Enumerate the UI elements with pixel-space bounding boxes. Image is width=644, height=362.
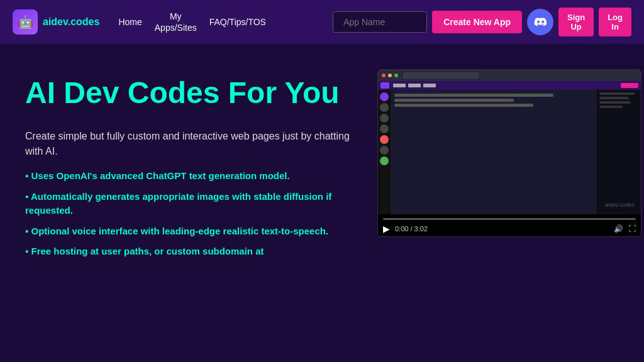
video-fullscreen-button[interactable]: ⛶ bbox=[628, 224, 636, 233]
logo-link[interactable]: 🤖 aidev.codes bbox=[13, 9, 99, 35]
nav-home[interactable]: Home bbox=[118, 17, 142, 27]
fake-text-line bbox=[394, 99, 514, 102]
fake-sidebar-right-line bbox=[599, 97, 629, 99]
main-content: AI Dev Codes For You Create simple but f… bbox=[0, 44, 644, 362]
logo-text: aidev.codes bbox=[43, 16, 99, 28]
navbar: 🤖 aidev.codes Home MyApps/Sites FAQ/Tips… bbox=[0, 0, 644, 44]
hero-section: AI Dev Codes For You Create simple but f… bbox=[25, 69, 352, 349]
video-screenshot: aidev.codes bbox=[378, 70, 641, 214]
fake-sidebar-icon bbox=[380, 156, 389, 165]
fake-sidebar-right-line bbox=[599, 106, 623, 108]
browser-dot-green bbox=[394, 74, 398, 77]
fake-text-line bbox=[394, 94, 553, 97]
video-volume-button[interactable]: 🔊 bbox=[614, 224, 623, 233]
nav-faq[interactable]: FAQ/Tips/TOS bbox=[209, 17, 266, 27]
fake-sidebar-right-line bbox=[599, 92, 635, 95]
feature-2: ▪ Automatically generates appropriate im… bbox=[25, 190, 352, 218]
logo-icon: 🤖 bbox=[13, 9, 38, 35]
fake-logo bbox=[380, 82, 389, 89]
fake-text-line bbox=[394, 104, 533, 107]
nav-input-group: Create New App SignUp LogIn bbox=[333, 8, 631, 36]
create-new-app-button[interactable]: Create New App bbox=[432, 11, 522, 33]
video-time: 0:00 / 3:02 bbox=[395, 225, 428, 233]
video-progress-bar[interactable] bbox=[383, 218, 636, 220]
fake-sidebar-right-line bbox=[599, 101, 631, 104]
fake-create-btn bbox=[621, 83, 638, 88]
fake-nav-link bbox=[423, 84, 436, 87]
feature-1: ▪ Uses OpenAI's advanced ChatGPT text ge… bbox=[25, 169, 352, 184]
fake-sidebar-icon bbox=[380, 135, 389, 144]
log-in-button[interactable]: LogIn bbox=[599, 8, 631, 36]
nav-links: Home MyApps/Sites FAQ/Tips/TOS bbox=[118, 11, 266, 33]
fake-nav-link bbox=[393, 84, 406, 87]
fake-browser-bar bbox=[378, 70, 641, 81]
video-section: aidev.codes ▶ 0:00 / 3:02 🔊 ⛶ bbox=[377, 69, 641, 349]
fake-sidebar-icon bbox=[380, 103, 389, 112]
video-container: aidev.codes ▶ 0:00 / 3:02 🔊 ⛶ bbox=[377, 69, 641, 237]
fake-sidebar-right bbox=[597, 90, 641, 214]
fake-sidebar-icon bbox=[380, 92, 389, 101]
fake-sidebar-icon bbox=[380, 114, 389, 123]
browser-dot-red bbox=[382, 74, 386, 77]
fake-nav-links bbox=[393, 84, 436, 87]
feature-4: ▪ Free hosting at user paths, or custom … bbox=[25, 244, 352, 259]
discord-button[interactable] bbox=[527, 9, 553, 35]
fake-sidebar bbox=[378, 90, 391, 214]
nav-my-apps[interactable]: MyApps/Sites bbox=[155, 11, 197, 33]
hero-description: Create simple but fully custom and inter… bbox=[25, 129, 352, 159]
app-name-input[interactable] bbox=[333, 11, 427, 33]
video-play-button[interactable]: ▶ bbox=[383, 224, 390, 234]
feature-3: ▪ Optional voice interface with leading-… bbox=[25, 224, 352, 239]
fake-nav-bar bbox=[378, 81, 641, 90]
video-controls: ▶ 0:00 / 3:02 🔊 ⛶ bbox=[378, 214, 641, 236]
fake-sidebar-icon bbox=[380, 124, 389, 133]
discord-icon bbox=[534, 16, 547, 28]
fake-nav-link bbox=[408, 84, 421, 87]
fake-main-content bbox=[391, 90, 597, 214]
sign-up-button[interactable]: SignUp bbox=[558, 8, 594, 36]
fake-browser: aidev.codes bbox=[378, 70, 641, 214]
hero-title: AI Dev Codes For You bbox=[25, 75, 352, 110]
browser-address-bar bbox=[403, 72, 479, 79]
fake-sidebar-icon bbox=[380, 146, 389, 155]
video-watermark: aidev.codes bbox=[605, 202, 635, 208]
browser-dot-yellow bbox=[388, 74, 392, 77]
video-controls-row: ▶ 0:00 / 3:02 🔊 ⛶ bbox=[383, 224, 636, 234]
